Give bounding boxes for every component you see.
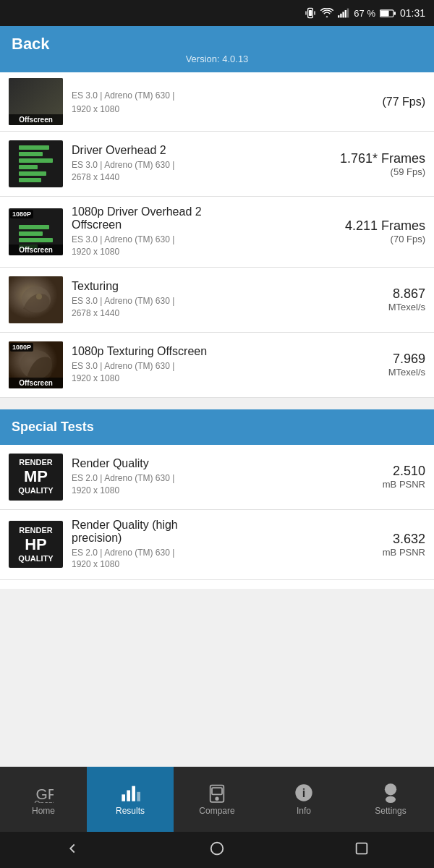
svg-rect-20	[127, 791, 130, 801]
content-area: Offscreen ES 3.0 | Adreno (TM) 630 |1920…	[0, 72, 434, 589]
list-item[interactable]: 1080P Offscreen 1080p Texturing Offscree…	[0, 333, 434, 398]
svg-rect-10	[380, 10, 389, 16]
nav-compare-label: Compare	[199, 806, 234, 816]
home-nav-button[interactable]	[209, 841, 225, 860]
item-info: Render Quality ES 2.0 | Adreno (TM) 630 …	[72, 457, 375, 497]
signal-icon	[338, 8, 349, 18]
svg-rect-29	[386, 796, 396, 803]
home-icon: GFX OpenGL	[33, 783, 54, 803]
battery-text: 67 %	[354, 8, 375, 19]
item-info: Texturing ES 3.0 | Adreno (TM) 630 | 267…	[72, 280, 381, 320]
wifi-icon	[320, 8, 333, 18]
vibrate-icon	[305, 7, 316, 19]
battery-icon	[380, 9, 396, 18]
item-subtitle: ES 2.0 | Adreno (TM) 630 | 1920 x 1080	[72, 472, 375, 497]
item-title: 1080p Driver Overhead 2 Offscreen	[72, 205, 338, 231]
list-item[interactable]: Offscreen ES 3.0 | Adreno (TM) 630 |1920…	[0, 72, 434, 132]
thumbnail: RENDER HP QUALITY	[9, 521, 63, 568]
item-info: 1080p Texturing Offscreen ES 3.0 | Adren…	[72, 345, 381, 385]
bottom-nav: GFX OpenGL Home Results Compare i Info	[0, 767, 434, 832]
nav-results[interactable]: Results	[87, 767, 174, 832]
svg-point-30	[211, 842, 224, 854]
item-subtitle: ES 3.0 | Adreno (TM) 630 | 2678 x 1440	[72, 159, 333, 184]
svg-rect-5	[341, 14, 342, 18]
dino-image	[9, 276, 63, 323]
item-score: 1.761* Frames (59 Fps)	[340, 151, 425, 177]
list-item[interactable]: Driver Overhead 2 ES 3.0 | Adreno (TM) 6…	[0, 132, 434, 197]
offscreen-label: Offscreen	[9, 114, 63, 125]
item-title: Render Quality	[72, 457, 375, 470]
svg-point-28	[385, 783, 396, 795]
item-score: 3.632 mB PSNR	[383, 532, 425, 558]
svg-rect-24	[212, 788, 222, 794]
thumbnail	[9, 276, 63, 323]
item-title: 1080p Texturing Offscreen	[72, 345, 381, 358]
section-spacer	[0, 398, 434, 409]
svg-rect-19	[122, 794, 125, 801]
thumbnail: 1080P Offscreen	[9, 341, 63, 388]
item-score: 8.867 MTexel/s	[388, 286, 425, 312]
compare-icon	[207, 783, 227, 803]
item-info: Driver Overhead 2 ES 3.0 | Adreno (TM) 6…	[72, 144, 333, 184]
svg-point-25	[216, 797, 218, 800]
list-item[interactable]: 1080P Offscreen 1080p Driver Overhead 2 …	[0, 197, 434, 268]
svg-rect-2	[306, 11, 307, 14]
status-bar: 67 % 01:31	[0, 0, 434, 26]
status-icons: 67 % 01:31	[305, 7, 425, 19]
svg-rect-6	[343, 12, 344, 17]
item-info: 1080p Driver Overhead 2 Offscreen ES 3.0…	[72, 205, 338, 258]
thumbnail: RENDER MP QUALITY	[9, 454, 63, 501]
svg-rect-4	[338, 15, 339, 17]
svg-rect-3	[315, 11, 315, 14]
svg-rect-7	[345, 10, 346, 17]
svg-point-14	[36, 294, 42, 299]
list-item[interactable]: Texturing ES 3.0 | Adreno (TM) 630 | 267…	[0, 268, 434, 333]
thumbnail: Offscreen	[9, 78, 63, 125]
thumbnail	[9, 140, 63, 187]
item-title: Render Quality (high precision)	[72, 519, 375, 545]
settings-icon	[380, 783, 401, 803]
nav-home[interactable]: GFX OpenGL Home	[0, 767, 87, 832]
item-score: (77 Fps)	[382, 95, 425, 109]
item-title: Texturing	[72, 280, 381, 293]
item-subtitle: ES 3.0 | Adreno (TM) 630 | 1920 x 1080	[72, 234, 338, 258]
svg-text:OpenGL: OpenGL	[34, 799, 54, 803]
svg-text:i: i	[302, 786, 306, 799]
item-title: Driver Overhead 2	[72, 144, 333, 157]
special-tests-header: Special Tests	[0, 409, 434, 445]
recent-nav-button[interactable]	[354, 841, 370, 860]
version-text: Version: 4.0.13	[12, 54, 422, 64]
item-score: 4.211 Frames (70 Fps)	[345, 218, 425, 244]
nav-results-label: Results	[116, 806, 145, 816]
svg-rect-11	[394, 12, 396, 15]
item-info: ES 3.0 | Adreno (TM) 630 |1920 x 1080	[72, 88, 375, 116]
svg-rect-21	[132, 786, 135, 801]
svg-rect-8	[347, 9, 349, 18]
nav-compare[interactable]: Compare	[174, 767, 260, 832]
nav-settings[interactable]: Settings	[347, 767, 434, 832]
svg-rect-1	[309, 10, 312, 16]
svg-rect-22	[137, 792, 140, 801]
app-header: Back Version: 4.0.13	[0, 26, 434, 72]
item-subtitle: ES 3.0 | Adreno (TM) 630 | 2678 x 1440	[72, 295, 381, 320]
time-text: 01:31	[400, 7, 425, 19]
nav-info-label: Info	[297, 806, 311, 816]
system-nav	[0, 832, 434, 868]
nav-settings-label: Settings	[375, 806, 406, 816]
item-score: 7.969 MTexel/s	[388, 352, 425, 378]
info-icon: i	[294, 783, 314, 803]
svg-rect-31	[357, 843, 367, 854]
list-item[interactable]: RENDER MP QUALITY Render Quality ES 2.0 …	[0, 445, 434, 510]
item-subtitle: ES 3.0 | Adreno (TM) 630 | 1920 x 1080	[72, 360, 381, 385]
list-item[interactable]: RENDER HP QUALITY Render Quality (high p…	[0, 510, 434, 581]
nav-info[interactable]: i Info	[260, 767, 347, 832]
item-score: 2.510 mB PSNR	[383, 464, 425, 490]
nav-home-label: Home	[32, 806, 55, 816]
item-subtitle: ES 2.0 | Adreno (TM) 630 | 1920 x 1080	[72, 547, 375, 571]
back-nav-button[interactable]	[64, 841, 80, 860]
results-icon	[120, 783, 140, 803]
item-info: Render Quality (high precision) ES 2.0 |…	[72, 519, 375, 571]
back-button[interactable]: Back	[12, 35, 422, 54]
thumbnail: 1080P Offscreen	[9, 208, 63, 255]
